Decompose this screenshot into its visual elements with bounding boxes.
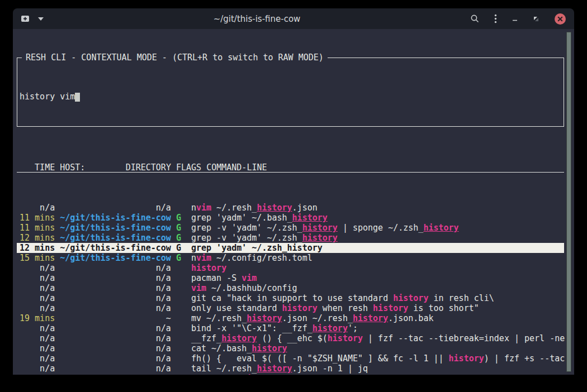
- search-icon[interactable]: [470, 14, 480, 23]
- history-row[interactable]: n/an/ahistory: [17, 263, 564, 273]
- history-row[interactable]: n/an/aonly use standard history when res…: [17, 303, 564, 313]
- history-row[interactable]: n/an/atail ~/.resh_history.json -n 1 | j…: [17, 364, 564, 374]
- history-row[interactable]: n/an/apacman -S vim: [17, 273, 564, 283]
- tab-dropdown-icon[interactable]: [38, 17, 44, 21]
- terminal-screen[interactable]: RESH CLI - CONTEXTUAL MODE - (CTRL+R to …: [13, 29, 574, 375]
- history-row[interactable]: 12 mins~/git/this-is-fine-cowGgrep -v 'y…: [17, 233, 564, 243]
- history-row[interactable]: n/an/acat ~/.bash_history: [17, 343, 564, 353]
- history-row[interactable]: 19 mins~mv ~/.resh_history.json ~/.resh_…: [17, 313, 564, 323]
- history-row[interactable]: 12 mins~/git/this-is-fine-cowGgrep 'yadm…: [17, 243, 564, 253]
- history-row[interactable]: n/an/agit ca "hack in support to use sta…: [17, 293, 564, 303]
- new-tab-icon[interactable]: [21, 15, 30, 23]
- history-row[interactable]: n/an/aEDITOR=$(nvim): [17, 374, 564, 375]
- history-row[interactable]: n/an/afh() { eval $( ([ -n "$ZSH_NAME" ]…: [17, 353, 564, 364]
- history-row[interactable]: 11 mins~/git/this-is-fine-cowGgrep 'yadm…: [17, 213, 564, 223]
- menu-kebab-icon[interactable]: [494, 14, 497, 23]
- history-row[interactable]: n/an/abind -x '"\C-x1": __fzf_history';: [17, 323, 564, 333]
- text-cursor: [75, 93, 80, 102]
- terminal-window: ~/git/this-is-fine-cow: [13, 8, 574, 375]
- history-row[interactable]: 15 mins~/git/this-is-fine-cowGnvim ~/.co…: [17, 253, 564, 263]
- table-header: TIME HOST: DIRECTORY FLAGS COMMAND-LINE: [17, 162, 564, 173]
- search-box: RESH CLI - CONTEXTUAL MODE - (CTRL+R to …: [17, 58, 564, 127]
- scrollbar[interactable]: [566, 32, 571, 372]
- close-button[interactable]: [554, 13, 566, 25]
- history-row[interactable]: 11 mins~/git/this-is-fine-cowGgrep -v 'y…: [17, 223, 564, 233]
- history-row[interactable]: n/an/a__fzf_history () { __ehc $(history…: [17, 333, 564, 343]
- history-row[interactable]: n/an/anvim ~/.resh_history.json: [17, 203, 564, 213]
- restore-button[interactable]: [533, 16, 539, 22]
- resh-mode-title: RESH CLI - CONTEXTUAL MODE - (CTRL+R to …: [22, 52, 328, 63]
- window-title: ~/git/this-is-fine-cow: [44, 14, 470, 24]
- search-input[interactable]: history vim: [20, 92, 561, 102]
- minimize-button[interactable]: [512, 16, 518, 22]
- history-rows: n/an/anvim ~/.resh_history.json11 mins~/…: [17, 203, 564, 375]
- titlebar[interactable]: ~/git/this-is-fine-cow: [13, 8, 574, 29]
- history-row[interactable]: n/an/avim ~/.bashhub/config: [17, 283, 564, 293]
